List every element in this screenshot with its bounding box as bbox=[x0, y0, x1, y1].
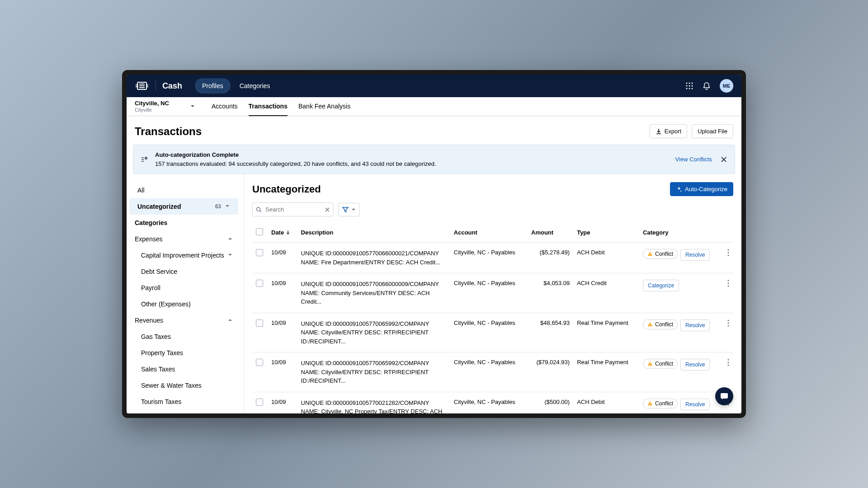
auto-categorize-label: Auto-Categorize bbox=[685, 186, 727, 192]
nav-categories[interactable]: Categories bbox=[232, 78, 278, 94]
view-conflicts-link[interactable]: View Conflicts bbox=[675, 156, 712, 163]
col-account[interactable]: Account bbox=[450, 223, 528, 243]
entity-sub: Cityville bbox=[135, 107, 169, 113]
col-amount[interactable]: Amount bbox=[528, 223, 573, 243]
apps-grid-icon[interactable] bbox=[685, 82, 693, 90]
row-checkbox[interactable] bbox=[256, 399, 263, 406]
cell-category: ConflictResolve bbox=[639, 243, 723, 273]
svg-point-9 bbox=[692, 88, 693, 89]
svg-point-7 bbox=[686, 88, 688, 89]
row-checkbox[interactable] bbox=[256, 249, 263, 256]
sidebar-item-sewer-water-taxes[interactable]: Sewer & Water Taxes bbox=[127, 377, 241, 394]
svg-point-4 bbox=[686, 85, 688, 87]
sidebar-item-payroll[interactable]: Payroll bbox=[127, 280, 241, 296]
sidebar-item-debt-service[interactable]: Debt Service bbox=[127, 263, 241, 280]
col-date[interactable]: Date bbox=[268, 223, 297, 243]
svg-point-17 bbox=[727, 283, 729, 284]
tab-bank-fee-analysis[interactable]: Bank Fee Analysis bbox=[298, 97, 350, 116]
svg-point-15 bbox=[727, 255, 729, 256]
resolve-button[interactable]: Resolve bbox=[680, 249, 710, 261]
resolve-button[interactable]: Resolve bbox=[680, 359, 710, 371]
page-title: Transactions bbox=[135, 125, 202, 138]
select-all-checkbox[interactable] bbox=[256, 228, 263, 235]
export-button[interactable]: Export bbox=[650, 124, 688, 138]
chevron-up-icon bbox=[227, 235, 233, 243]
content-title: Uncategorized bbox=[252, 183, 321, 195]
sidebar-item-label: Revenues bbox=[135, 317, 163, 324]
svg-point-1 bbox=[686, 83, 688, 84]
sidebar-group-expenses[interactable]: Expenses bbox=[127, 231, 241, 247]
resolve-button[interactable]: Resolve bbox=[680, 319, 710, 331]
svg-point-18 bbox=[727, 286, 729, 287]
cell-account: Cityville, NC - Payables bbox=[450, 313, 528, 352]
header: Cash Profiles Categories ME bbox=[127, 75, 741, 97]
row-checkbox[interactable] bbox=[256, 359, 263, 366]
dots-vertical-icon bbox=[727, 319, 729, 327]
svg-point-2 bbox=[689, 83, 690, 84]
svg-rect-11 bbox=[650, 253, 650, 254]
tab-transactions[interactable]: Transactions bbox=[249, 97, 288, 116]
conflict-chip: Conflict bbox=[643, 249, 678, 259]
avatar[interactable]: ME bbox=[720, 79, 733, 93]
svg-point-21 bbox=[727, 319, 729, 321]
conflict-label: Conflict bbox=[655, 361, 673, 367]
cell-type: ACH Debit bbox=[573, 243, 639, 273]
auto-categorize-button[interactable]: Auto-Categorize bbox=[670, 182, 733, 196]
svg-point-10 bbox=[257, 207, 260, 211]
search-input[interactable] bbox=[252, 202, 334, 216]
warning-icon bbox=[647, 251, 653, 257]
close-icon[interactable] bbox=[720, 156, 727, 163]
sidebar-item-uncategorized[interactable]: Uncategorized 63 bbox=[129, 198, 238, 215]
row-checkbox[interactable] bbox=[256, 319, 263, 327]
sidebar-item-cip[interactable]: Capital Improvement Projects bbox=[127, 247, 241, 263]
row-more-menu[interactable] bbox=[723, 352, 733, 392]
notification-banner: Auto-categorization Complete 157 transac… bbox=[133, 145, 735, 174]
resolve-button[interactable]: Resolve bbox=[680, 399, 710, 410]
sidebar-item-property-taxes[interactable]: Property Taxes bbox=[127, 345, 241, 361]
svg-rect-20 bbox=[650, 325, 650, 326]
bell-icon[interactable] bbox=[703, 82, 711, 90]
row-more-menu[interactable] bbox=[723, 273, 733, 313]
categorize-button[interactable]: Categorize bbox=[643, 280, 679, 291]
upload-file-button[interactable]: Upload File bbox=[692, 124, 733, 138]
svg-point-14 bbox=[727, 252, 729, 253]
cell-type: Real Time Payment bbox=[573, 313, 639, 352]
clear-icon[interactable] bbox=[325, 207, 330, 212]
col-description[interactable]: Description bbox=[297, 223, 450, 243]
svg-rect-12 bbox=[650, 255, 650, 255]
cell-category: ConflictResolve bbox=[639, 392, 723, 413]
cell-amount: $48,654.93 bbox=[528, 313, 573, 352]
filter-button[interactable] bbox=[338, 203, 360, 216]
entity-dropdown[interactable]: Cityville, NC Cityville bbox=[127, 97, 203, 116]
cell-date: 10/09 bbox=[268, 273, 297, 313]
svg-point-16 bbox=[727, 280, 729, 282]
sidebar-item-gas-taxes[interactable]: Gas Taxes bbox=[127, 328, 241, 345]
svg-point-23 bbox=[727, 325, 729, 326]
search-input-wrapper bbox=[252, 202, 334, 216]
warning-icon bbox=[647, 322, 653, 327]
chat-fab[interactable] bbox=[715, 387, 733, 405]
cell-description: UNIQUE ID:00000091005770066000009/COMPAN… bbox=[297, 273, 450, 313]
export-label: Export bbox=[665, 128, 682, 135]
cell-date: 10/09 bbox=[268, 352, 297, 392]
col-type[interactable]: Type bbox=[573, 223, 639, 243]
row-checkbox[interactable] bbox=[256, 280, 263, 287]
chevron-up-icon bbox=[227, 317, 233, 324]
sidebar-item-other-expenses[interactable]: Other (Expenses) bbox=[127, 296, 241, 312]
row-more-menu[interactable] bbox=[723, 243, 733, 273]
col-category[interactable]: Category bbox=[639, 223, 723, 243]
cell-account: Cityville, NC - Payables bbox=[450, 352, 528, 392]
sidebar-item-sales-taxes[interactable]: Sales Taxes bbox=[127, 361, 241, 377]
cell-description: UNIQUE ID:00000091005770065992/COMPANY N… bbox=[297, 352, 450, 392]
sidebar-item-label: Uncategorized bbox=[137, 203, 181, 210]
sidebar-group-revenues[interactable]: Revenues bbox=[127, 312, 241, 328]
sidebar: All Uncategorized 63 Categories Expenses… bbox=[127, 174, 244, 413]
dots-vertical-icon bbox=[727, 280, 729, 287]
nav-profiles[interactable]: Profiles bbox=[195, 78, 231, 94]
sidebar-item-tourism-taxes[interactable]: Tourism Taxes bbox=[127, 394, 241, 410]
tab-accounts[interactable]: Accounts bbox=[212, 97, 238, 116]
cell-amount: ($5,278.49) bbox=[528, 243, 573, 273]
row-more-menu[interactable] bbox=[723, 313, 733, 352]
caret-down-icon bbox=[190, 103, 195, 111]
sidebar-item-all[interactable]: All bbox=[129, 182, 238, 198]
